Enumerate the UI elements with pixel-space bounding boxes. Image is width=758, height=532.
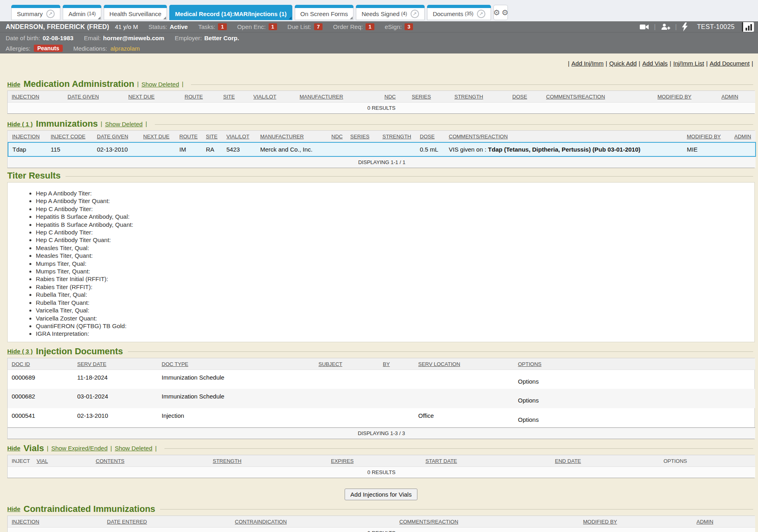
tasks-count-badge[interactable]: 1 [218, 23, 226, 30]
titer-item: Hepatitis B Surface Antibody, Qual: [36, 213, 746, 220]
titer-item: Hep C Antibody Titer: [36, 228, 746, 236]
medications-value[interactable]: alprazolam [110, 45, 140, 52]
immunization-row-tdap[interactable]: Tdap 115 02-13-2010 IM RA 5423 Merck and… [8, 142, 756, 156]
col-admin: ADMIN [717, 91, 755, 103]
inj-imm-list-link[interactable]: Inj/Imm List [673, 60, 704, 67]
add-user-icon[interactable] [661, 23, 670, 31]
cell-doc-type: Injection [158, 408, 314, 427]
popout-arrow-icon[interactable]: ↗ [46, 10, 55, 18]
tab-on-screen-forms[interactable]: On Screen Forms [295, 5, 353, 20]
show-deleted-med-admin-link[interactable]: Show Deleted [142, 81, 179, 88]
cell-manufacturer: Merck and Co., Inc. [256, 142, 327, 156]
titer-item: Mumps Titer, Qual: [36, 260, 746, 267]
col-date-entered: DATE ENTERED [103, 516, 231, 528]
titer-item: Varicella Zoster Quant: [36, 314, 746, 322]
section-immunizations: Hide ( 1 ) Immunizations Show Deleted IN… [7, 119, 755, 168]
options-menu-link[interactable]: Options [518, 397, 539, 404]
col-strength: STRENGTH [209, 455, 327, 467]
show-deleted-immunizations-link[interactable]: Show Deleted [105, 121, 142, 127]
col-comments: COMMENTS/REACTION [445, 131, 683, 142]
tab-needs-signed[interactable]: Needs Signed (4) ↗ [356, 5, 425, 20]
chart-stats-icon[interactable] [742, 22, 754, 32]
titer-item: Hepatitis B Surface Antibody, Quant: [36, 221, 746, 228]
col-vial-lot: VIAL/LOT [249, 91, 296, 103]
immunizations-displaying: DISPLAYING 1-1 / 1 [8, 156, 756, 168]
med-admin-table: INJECTION DATE GIVEN NEXT DUE ROUTE SITE… [8, 91, 755, 113]
cell-subject [314, 389, 379, 408]
col-next-due: NEXT DUE [139, 131, 175, 142]
cell-dose: 0.5 mL [416, 142, 445, 156]
cell-serv-date: 03-01-2024 [73, 389, 158, 408]
popout-arrow-icon[interactable]: ↗ [477, 10, 485, 18]
col-options: OPTIONS [659, 455, 755, 467]
due-list-count-badge[interactable]: 7 [314, 23, 323, 30]
tab-documents-count: (35) [465, 11, 473, 16]
document-row[interactable]: 0000682 03-01-2024 Immunization Schedule… [8, 389, 755, 408]
col-inject: INJECT [8, 455, 33, 467]
divider [164, 448, 753, 449]
show-expired-ended-link[interactable]: Show Expired/Ended [51, 445, 107, 452]
hide-contraindicated-link[interactable]: Hide [7, 505, 21, 512]
col-admin: ADMIN [730, 131, 756, 142]
allergy-badge[interactable]: Peanuts [34, 45, 63, 52]
add-inj-imm-link[interactable]: Add Inj/Imm [571, 60, 604, 67]
status-label: Status: [148, 23, 167, 30]
col-injection: INJECTION [8, 516, 103, 528]
titer-item: Rubella Titer, Qual: [36, 291, 746, 298]
hide-injection-documents-link[interactable]: Hide ( 3 ) [7, 348, 33, 355]
esign-count-badge[interactable]: 3 [405, 23, 413, 30]
contraindicated-empty-results: 0 RESULTS [8, 527, 755, 532]
document-row[interactable]: 0000541 02-13-2010 Injection Office Opti… [8, 408, 755, 427]
col-route: ROUTE [181, 91, 219, 103]
bar [750, 24, 752, 31]
add-vials-link[interactable]: Add Vials [642, 60, 668, 67]
cell-next-due [139, 142, 175, 156]
hide-vials-link[interactable]: Hide [7, 445, 21, 452]
tab-admin[interactable]: Admin (14) [63, 5, 101, 20]
cell-modified-by: MIE [683, 142, 730, 156]
col-contraindication: CONTRAINDICATION [231, 516, 395, 528]
medications-label: Medications: [73, 45, 107, 52]
separator [670, 60, 671, 67]
divider [160, 509, 753, 509]
show-deleted-vials-link[interactable]: Show Deleted [115, 445, 152, 452]
tab-health-surveillance[interactable]: Health Surveillance [104, 5, 167, 20]
add-injections-for-vials-button[interactable]: Add Injections for Vials [345, 489, 417, 500]
cell-doc-type: Immunization Schedule [158, 389, 314, 408]
options-menu-link[interactable]: Options [518, 378, 539, 385]
col-next-due: NEXT DUE [124, 91, 181, 103]
order-req-count-badge[interactable]: 1 [366, 23, 374, 30]
open-enc-label: Open Enc: [237, 23, 266, 30]
tab-on-screen-forms-label: On Screen Forms [300, 10, 348, 17]
tab-settings-button[interactable]: ⚙ ⚙︎ [493, 5, 508, 20]
add-document-link[interactable]: Add Document [710, 60, 750, 67]
col-comments: COMMENTS/REACTION [542, 91, 653, 103]
hide-immunizations-link[interactable]: Hide ( 1 ) [7, 121, 33, 127]
col-strength: STRENGTH [378, 131, 416, 142]
vials-title: Vials [24, 443, 44, 454]
col-modified-by: MODIFIED BY [653, 91, 717, 103]
cell-doc-type: Immunization Schedule [158, 370, 314, 389]
video-camera-icon[interactable] [639, 23, 649, 31]
dob-label: Date of birth: [6, 35, 40, 41]
tab-summary[interactable]: Summary ↗ [11, 5, 60, 20]
divider [66, 176, 753, 177]
immunizations-title: Immunizations [36, 119, 98, 129]
lightning-bolt-icon[interactable] [682, 23, 688, 31]
cell-comments: VIS given on : Tdap (Tetanus, Diptheria,… [445, 142, 683, 156]
section-medication-administration: Hide Medication Administration Show Dele… [7, 79, 755, 114]
separator [706, 60, 708, 67]
tab-medical-record-active[interactable]: Medical Record (14):MAR/Injections (1) [169, 5, 292, 20]
status-value: Active [170, 23, 188, 30]
section-titer-results: Titer Results Hep A Antibody Titer: Hep … [7, 170, 755, 342]
popout-arrow-icon[interactable]: ↗ [411, 10, 419, 18]
separator [44, 445, 51, 452]
injection-documents-title: Injection Documents [36, 346, 123, 357]
quick-add-link[interactable]: Quick Add [609, 60, 637, 67]
options-menu-link[interactable]: Options [518, 416, 539, 423]
divider [128, 351, 753, 352]
open-enc-count-badge[interactable]: 1 [269, 23, 277, 30]
hide-med-admin-link[interactable]: Hide [7, 81, 21, 88]
document-row[interactable]: 0000689 11-18-2024 Immunization Schedule… [8, 370, 755, 389]
tab-documents[interactable]: Documents (35) ↗ [427, 5, 491, 20]
